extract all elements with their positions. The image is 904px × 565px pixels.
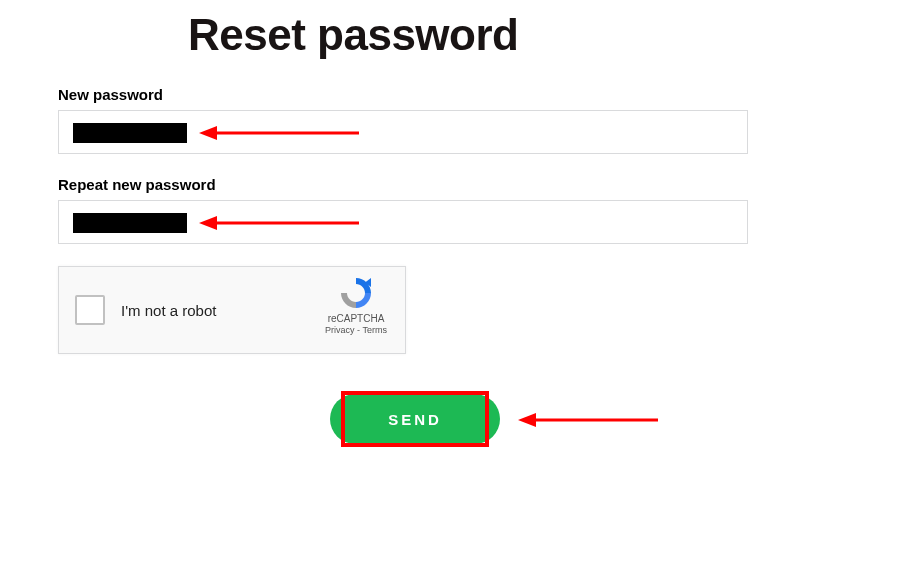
recaptcha-brand-text: reCAPTCHA [319,313,393,324]
new-password-input-wrap [58,110,748,154]
repeat-password-input-wrap [58,200,748,244]
page-title: Reset password [58,10,846,60]
new-password-group: New password [58,86,846,154]
repeat-password-label: Repeat new password [58,176,846,193]
recaptcha-widget: I'm not a robot reCAPTCHA Privacy - Term… [58,266,406,354]
repeat-password-group: Repeat new password [58,176,846,244]
recaptcha-links[interactable]: Privacy - Terms [319,325,393,335]
new-password-label: New password [58,86,846,103]
annotation-arrow-icon [518,410,658,430]
send-button[interactable]: SEND [330,394,500,444]
recaptcha-label: I'm not a robot [121,302,216,319]
recaptcha-checkbox[interactable] [75,295,105,325]
redaction-bar [73,123,187,143]
recaptcha-brand: reCAPTCHA Privacy - Terms [319,275,393,335]
action-row: SEND [58,394,846,450]
svg-marker-6 [518,413,536,427]
reset-password-form: Reset password New password Repeat new p… [0,10,904,450]
recaptcha-logo-icon [338,275,374,311]
redaction-bar [73,213,187,233]
